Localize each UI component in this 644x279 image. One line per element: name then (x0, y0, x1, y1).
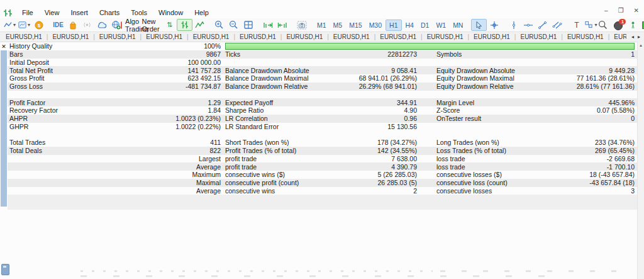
menu-tools[interactable]: Tools (125, 9, 153, 16)
timeframe-button-m30[interactable]: M30 (366, 20, 385, 30)
chart-tab[interactable]: EURUSD,H1 (48, 33, 93, 40)
stat-label: LR Standard Error (225, 123, 279, 130)
timeframe-button-w1[interactable]: W1 (433, 20, 449, 30)
signal-icon[interactable] (80, 20, 94, 30)
close-button[interactable]: ✕ (634, 7, 639, 14)
zoom-out-button[interactable] (226, 20, 241, 30)
stat-row: Total Net Profit141 757.28Balance Drawdo… (8, 66, 638, 74)
timeframe-button-m5[interactable]: M5 (330, 20, 346, 30)
community-profile-button[interactable]: 1 (614, 20, 624, 30)
stat-value: 1.0022 (0.22%) (175, 123, 221, 130)
new-order-button[interactable]: New Order (143, 20, 157, 30)
timeframe-button-d1[interactable]: D1 (418, 20, 432, 30)
channel-tool-button[interactable] (550, 20, 564, 30)
stat-row: Maximalconsecutive profit (count)26 285.… (8, 179, 638, 187)
chart-tab[interactable]: EURUSD,H1 (516, 33, 561, 40)
stat-label: Long Trades (won %) (436, 139, 499, 146)
shapes-tool-button[interactable]: ▾ (584, 20, 598, 30)
stat-label: Recovery Factor (9, 106, 58, 114)
menu-window[interactable]: Window (153, 9, 189, 16)
stat-row: Bars9867Ticks22812273Symbols1 (8, 50, 638, 59)
tab-scroll-right-button[interactable]: ▸ (638, 34, 640, 40)
screenshot-button[interactable] (294, 20, 309, 30)
chart-tab[interactable]: EURUSD,H1 (423, 33, 468, 40)
menu-view[interactable]: View (39, 9, 65, 16)
stat-row: Gross Profit623 492.15Balance Drawdown M… (8, 74, 638, 83)
menu-file[interactable]: File (16, 9, 39, 16)
dollar-icon: $ (37, 23, 40, 28)
stat-row: Averageconsecutive wins2consecutive loss… (8, 187, 638, 195)
stat-value: -2 669.68 (607, 155, 635, 162)
clipped-content-ticks (440, 270, 616, 272)
timeframe-button-m15[interactable]: M15 (346, 20, 365, 30)
stat-label: LR Correlation (225, 115, 268, 122)
chart-tab[interactable]: EURUSD,H1 (329, 33, 374, 40)
tab-scroll-left-button[interactable]: ◂ (631, 34, 634, 40)
chart-type-button[interactable]: ▾ (3, 20, 17, 30)
chart-tab[interactable]: EURUSD,H1 (142, 33, 187, 40)
stat-label: Z-Score (436, 106, 460, 114)
stat-label: Loss Trades (% of total) (436, 147, 506, 154)
stat-label: Total Trades (9, 139, 45, 146)
stat-row: GHPR1.0022 (0.22%)LR Standard Error15 13… (8, 123, 638, 131)
timeframe-group: M1M5M15M30H1H4D1W1MN (314, 20, 466, 31)
tab-scroll-arrows: ◂ ▸ (626, 32, 644, 42)
search-button[interactable] (598, 20, 608, 30)
stat-label: consecutive wins (225, 187, 275, 195)
stat-value: 178 (34.27%) (377, 139, 417, 146)
bar-chart-button[interactable] (177, 19, 192, 31)
chart-tab[interactable]: EURUSD,H1 (95, 33, 140, 40)
menu-bar: File View Insert Charts Tools Window Hel… (0, 7, 644, 18)
timeframe-button-mn[interactable]: MN (450, 20, 466, 30)
chart-tab[interactable]: EURUSD,H1 (1, 33, 47, 40)
chart-tab[interactable]: EURUSD,H1 (235, 33, 280, 40)
chart-tab[interactable]: EURUSD,H1 (282, 33, 327, 40)
text-tool-button[interactable]: T (569, 20, 584, 30)
report-close-button[interactable]: ✕ (0, 42, 8, 50)
menu-insert[interactable]: Insert (65, 9, 94, 16)
stat-label: loss trade (436, 155, 465, 162)
timeframe-button-m1[interactable]: M1 (314, 20, 330, 30)
cursor-tool-button[interactable] (471, 19, 487, 31)
tick-chart-button[interactable]: ⇅ (162, 20, 177, 30)
chart-window-button[interactable]: ▾ (17, 20, 31, 30)
shift-chart-right-button[interactable] (260, 20, 275, 30)
chart-tab[interactable]: EURUSD,H1 (469, 33, 514, 40)
crosshair-tool-button[interactable] (487, 20, 501, 30)
restore-button[interactable]: ❐ (618, 7, 624, 14)
mt5-logo-icon (3, 9, 13, 17)
horizontal-line-tool-button[interactable] (521, 20, 535, 30)
minimize-button[interactable]: – (604, 7, 608, 14)
stat-value: 4 390.79 (391, 163, 417, 171)
line-chart-button[interactable] (192, 20, 207, 30)
vertical-line-tool-button[interactable] (506, 20, 521, 30)
text-tool-icon: T (574, 21, 579, 30)
chart-tab[interactable]: EURUSD,H1 (375, 33, 421, 40)
stat-value: 1.0023 (0.23%) (175, 115, 221, 122)
zoom-in-button[interactable] (212, 20, 226, 30)
timeframe-button-h1[interactable]: H1 (386, 20, 401, 31)
clipped-content-ticks (80, 270, 433, 272)
ide-button[interactable]: IDE (51, 20, 65, 30)
chart-tab[interactable]: EURUSD,H1 (563, 33, 608, 40)
trendline-tool-button[interactable] (535, 20, 550, 30)
stat-value: -481 734.87 (186, 83, 221, 90)
shift-chart-left-button[interactable] (275, 20, 289, 30)
report-left-rail: ✕ (0, 42, 8, 207)
market-button[interactable] (65, 20, 80, 30)
report-footer-band (8, 195, 638, 210)
scroll-up-icon[interactable]: ▲ (639, 43, 643, 279)
menu-help[interactable]: Help (189, 9, 214, 16)
deposit-coin-button[interactable]: $ (31, 20, 46, 30)
vertical-scrollbar[interactable]: ▲ (637, 42, 644, 279)
chart-tab[interactable]: EURUSD,H1 (189, 33, 234, 40)
tile-windows-button[interactable] (241, 20, 255, 30)
stat-value: 0 (631, 115, 635, 122)
cloud-icon[interactable] (94, 20, 109, 30)
chart-tab-bar: EURUSD,H1|EURUSD,H1|EURUSD,H1|EURUSD,H1|… (0, 32, 644, 42)
stat-label: Expected Payoff (225, 99, 273, 106)
spacer-row (8, 91, 638, 99)
menu-charts[interactable]: Charts (94, 9, 125, 16)
stat-value: Average (196, 187, 221, 195)
timeframe-button-h4[interactable]: H4 (402, 20, 417, 30)
